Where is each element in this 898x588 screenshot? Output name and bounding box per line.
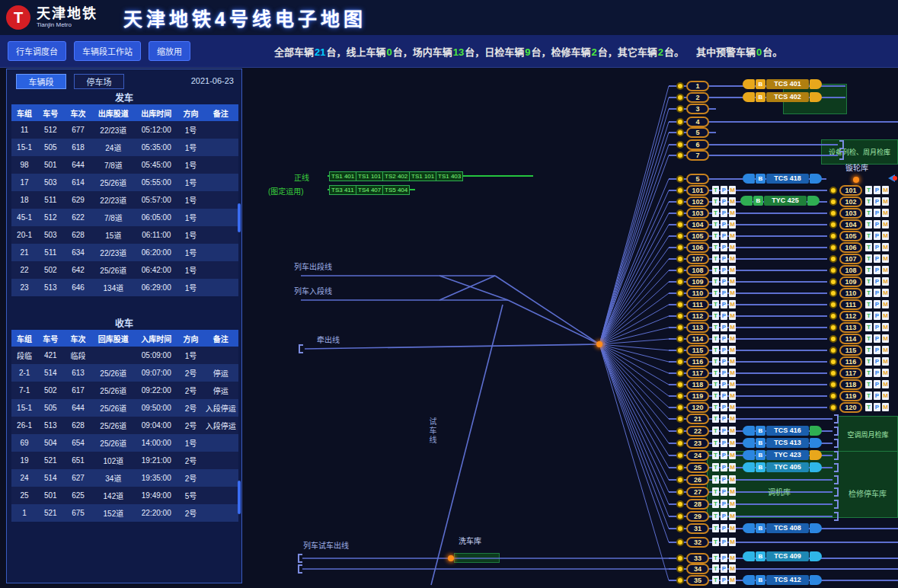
arrival-scrollbar[interactable] xyxy=(238,481,241,514)
tab-depot[interactable]: 车辆段 xyxy=(16,74,66,89)
table-row[interactable]: 1750361425/26道05:55:001号 xyxy=(11,174,238,191)
track-number-badge[interactable]: 115 xyxy=(686,345,709,356)
track-number-badge[interactable]: 120 xyxy=(839,402,862,413)
track-number-badge[interactable]: 104 xyxy=(839,219,862,230)
mainline-train-chip[interactable]: TS1 401 xyxy=(329,171,356,181)
track-number-badge[interactable]: 113 xyxy=(686,322,709,333)
track-number-badge[interactable]: 120 xyxy=(686,402,709,413)
track-number-badge[interactable]: 26 xyxy=(686,475,709,485)
track-number-badge[interactable]: 29 xyxy=(686,511,709,522)
table-row[interactable]: 1851162922/23道05:57:001号 xyxy=(11,191,238,209)
table-row[interactable]: 985016447/8道05:45:001号 xyxy=(11,156,238,174)
track-number-badge[interactable]: 108 xyxy=(839,265,862,276)
train[interactable]: BTCS 412 xyxy=(743,575,823,585)
track-number-badge[interactable]: 22 xyxy=(686,426,709,436)
track-number-badge[interactable]: 109 xyxy=(686,276,709,287)
track-number-badge[interactable]: 116 xyxy=(686,356,709,367)
track-number-badge[interactable]: 24 xyxy=(686,450,709,461)
track-number-badge[interactable]: 5 xyxy=(686,127,709,138)
table-row[interactable]: 15-150561824道05:35:001号 xyxy=(11,139,238,156)
train[interactable]: BTCS 416 xyxy=(743,426,823,436)
track-number-badge[interactable]: 106 xyxy=(839,242,862,253)
track-number-badge[interactable]: 7 xyxy=(686,150,709,161)
table-row[interactable]: 7-150261725/26道09:22:002号停运 xyxy=(11,382,238,399)
track-number-badge[interactable]: 33 xyxy=(686,553,709,564)
track-number-badge[interactable]: 111 xyxy=(686,299,709,310)
track-number-badge[interactable]: 114 xyxy=(686,334,709,344)
table-row[interactable]: 6950465425/26道14:00:001号 xyxy=(11,434,238,452)
table-row[interactable]: 15-150564425/26道09:50:002号入段停运 xyxy=(11,399,238,417)
track-number-badge[interactable]: 27 xyxy=(686,487,709,497)
track-number-badge[interactable]: 25 xyxy=(686,462,709,473)
table-row[interactable]: 段临421临段05:09:001号 xyxy=(11,347,238,364)
track-number-badge[interactable]: 102 xyxy=(839,197,862,207)
train[interactable]: BTCS 401 xyxy=(743,79,823,89)
table-row[interactable]: 2-151461325/26道09:07:002号停运 xyxy=(11,364,238,382)
train[interactable]: BTYC 425 xyxy=(740,196,820,206)
track-number-badge[interactable]: 107 xyxy=(686,254,709,264)
table-row[interactable]: 2451462734道19:35:002号 xyxy=(11,469,238,487)
table-row[interactable]: 1521675152道22:20:002号 xyxy=(11,504,238,522)
track-number-badge[interactable]: 110 xyxy=(686,288,709,299)
track-number-badge[interactable]: 117 xyxy=(686,368,709,379)
track-number-badge[interactable]: 118 xyxy=(839,379,862,390)
table-row[interactable]: 2250264225/26道06:42:001号 xyxy=(11,261,238,279)
mainline-train-chip[interactable]: TS3 411 xyxy=(329,185,356,195)
track-number-badge[interactable]: 2 xyxy=(686,92,709,103)
train[interactable]: BTCS 409 xyxy=(743,551,823,561)
track-number-badge[interactable]: 112 xyxy=(839,311,862,321)
track-number-badge[interactable]: 23 xyxy=(686,438,709,449)
train[interactable]: BTCS 418 xyxy=(743,174,823,184)
track-number-badge[interactable]: 101 xyxy=(686,185,709,196)
track-number-badge[interactable]: 109 xyxy=(839,276,862,287)
track-number-badge[interactable]: 104 xyxy=(686,219,709,230)
mainline-train-chip[interactable]: TS2 402 xyxy=(382,171,410,181)
table-row[interactable]: 25501625142道19:49:005号 xyxy=(11,487,238,504)
track-number-badge[interactable]: 119 xyxy=(686,391,709,401)
track-number-badge[interactable]: 102 xyxy=(686,197,709,207)
mainline-train-chip[interactable]: TS4 407 xyxy=(356,185,383,195)
tab-parking-lot[interactable]: 停车场 xyxy=(74,74,124,89)
track-number-badge[interactable]: 117 xyxy=(839,368,862,379)
track-number-badge[interactable]: 5 xyxy=(686,174,709,184)
track-number-badge[interactable]: 111 xyxy=(839,299,862,310)
track-number-badge[interactable]: 105 xyxy=(686,231,709,241)
track-number-badge[interactable]: 112 xyxy=(686,311,709,321)
track-number-badge[interactable]: 34 xyxy=(686,564,709,574)
train[interactable]: BTCS 402 xyxy=(743,92,823,102)
track-number-badge[interactable]: 110 xyxy=(839,288,862,299)
table-row[interactable]: 20-150362815道06:11:001号 xyxy=(11,226,238,244)
track-number-badge[interactable]: 107 xyxy=(839,254,862,264)
track-number-badge[interactable]: 101 xyxy=(839,185,862,196)
train[interactable]: BTCS 408 xyxy=(743,523,823,533)
table-row[interactable]: 2151163422/23道06:20:001号 xyxy=(11,244,238,261)
mainline-train-chip[interactable]: TS1 101 xyxy=(356,171,383,181)
mainline-train-chip[interactable]: TS5 404 xyxy=(382,185,410,195)
track-number-badge[interactable]: 105 xyxy=(839,231,862,241)
track-number-badge[interactable]: 115 xyxy=(839,345,862,356)
track-number-badge[interactable]: 119 xyxy=(839,391,862,401)
track-number-badge[interactable]: 1 xyxy=(686,81,709,91)
track-number-badge[interactable]: 108 xyxy=(686,265,709,276)
track-number-badge[interactable]: 113 xyxy=(839,322,862,333)
track-number-badge[interactable]: 6 xyxy=(686,139,709,150)
track-number-badge[interactable]: 4 xyxy=(686,117,709,127)
table-row[interactable]: 23513646134道06:29:001号 xyxy=(11,279,238,296)
table-row[interactable]: 1151267722/23道05:12:001号 xyxy=(11,121,238,139)
mainline-train-chip[interactable]: TS1 101 xyxy=(409,171,436,181)
track-number-badge[interactable]: 114 xyxy=(839,334,862,344)
train[interactable]: BTYC 423 xyxy=(743,450,823,460)
track-number-badge[interactable]: 116 xyxy=(839,356,862,367)
table-row[interactable]: 26-151362825/26道09:04:002号入段停运 xyxy=(11,417,238,434)
track-number-badge[interactable]: 28 xyxy=(686,499,709,510)
table-row[interactable]: 45-15126227/8道06:05:001号 xyxy=(11,209,238,226)
table-row[interactable]: 19521651102道19:21:002号 xyxy=(11,452,238,469)
departure-scrollbar[interactable] xyxy=(238,203,241,232)
track-number-badge[interactable]: 103 xyxy=(839,208,862,219)
track-number-badge[interactable]: 32 xyxy=(686,537,709,548)
train[interactable]: BTYC 405 xyxy=(743,462,823,472)
track-number-badge[interactable]: 35 xyxy=(686,575,709,586)
train[interactable]: BTCS 413 xyxy=(743,438,823,448)
track-number-badge[interactable]: 3 xyxy=(686,104,709,114)
track-number-badge[interactable]: 21 xyxy=(686,414,709,424)
